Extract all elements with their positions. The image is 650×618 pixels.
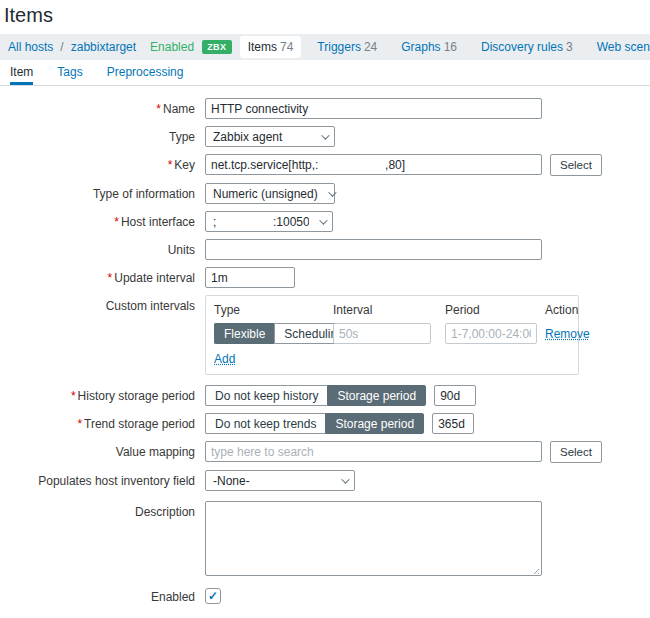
required-asterisk: *: [156, 102, 161, 116]
key-select-button[interactable]: Select: [550, 154, 602, 176]
tab-tags[interactable]: Tags: [57, 60, 82, 85]
flexible-button[interactable]: Flexible: [214, 323, 274, 344]
units-label: Units: [168, 243, 195, 257]
nav-items-label[interactable]: Items: [248, 40, 277, 54]
chevron-down-icon: [341, 475, 349, 483]
nav-web-scenarios[interactable]: Web scenarios: [589, 36, 650, 58]
enabled-label: Enabled: [151, 590, 195, 604]
type-of-information-row: Type of information Numeric (unsigned): [0, 183, 650, 204]
value-mapping-select-button[interactable]: Select: [550, 441, 602, 463]
breadcrumb: All hosts / zabbixtarget Enabled ZBX Ite…: [0, 34, 650, 60]
name-row: *Name: [0, 98, 650, 119]
type-select[interactable]: Zabbix agent: [205, 126, 335, 147]
type-of-information-value: Numeric (unsigned): [213, 187, 318, 201]
item-form: *Name Type Zabbix agent *Key Select Type…: [0, 86, 650, 618]
nav-triggers-count: 24: [364, 40, 377, 54]
required-asterisk: *: [77, 417, 82, 431]
chevron-down-icon: [321, 131, 329, 139]
breadcrumb-separator: /: [60, 40, 63, 54]
type-select-value: Zabbix agent: [213, 130, 282, 144]
ci-header-type: Type: [214, 303, 333, 317]
update-interval-row: *Update interval: [0, 267, 650, 288]
trend-storage-label: Trend storage period: [84, 417, 195, 431]
tab-preprocessing[interactable]: Preprocessing: [107, 60, 184, 85]
do-not-keep-trends-button[interactable]: Do not keep trends: [205, 413, 325, 434]
nav-items-count: 74: [280, 40, 293, 54]
description-label: Description: [135, 505, 195, 519]
nav-discovery-rules-label[interactable]: Discovery rules: [481, 40, 563, 54]
required-asterisk: *: [71, 389, 76, 403]
custom-intervals-label: Custom intervals: [106, 299, 195, 313]
value-mapping-label: Value mapping: [116, 445, 195, 459]
name-label: Name: [163, 102, 195, 116]
name-input[interactable]: [205, 98, 542, 119]
breadcrumb-all-hosts-link[interactable]: All hosts: [8, 40, 53, 54]
inventory-field-row: Populates host inventory field -None-: [0, 470, 650, 491]
host-interface-row: *Host interface ; :10050: [0, 211, 650, 232]
nav-graphs[interactable]: Graphs16: [393, 36, 465, 58]
page-title: Items: [0, 0, 650, 34]
check-icon: ✓: [208, 589, 218, 603]
zbx-agent-badge: ZBX: [202, 40, 232, 54]
nav-graphs-label[interactable]: Graphs: [401, 40, 440, 54]
host-status-enabled: Enabled: [150, 40, 194, 54]
history-storage-toggle: Do not keep history Storage period: [205, 385, 426, 406]
type-of-information-label: Type of information: [93, 187, 195, 201]
description-textarea[interactable]: [205, 501, 542, 576]
chevron-down-icon: [328, 188, 336, 196]
inventory-field-value: -None-: [213, 474, 250, 488]
history-storage-row: *History storage period Do not keep hist…: [0, 385, 650, 406]
breadcrumb-host-link[interactable]: zabbixtarget: [71, 40, 136, 54]
nav-graphs-count: 16: [444, 40, 457, 54]
inventory-field-label: Populates host inventory field: [38, 474, 195, 488]
inventory-field-select[interactable]: -None-: [205, 470, 355, 491]
trend-storage-period-button[interactable]: Storage period: [325, 413, 424, 434]
required-asterisk: *: [108, 271, 113, 285]
remove-link[interactable]: Remove: [545, 327, 590, 341]
tab-bar: Item Tags Preprocessing: [0, 60, 650, 86]
host-interface-label: Host interface: [121, 215, 195, 229]
update-interval-input[interactable]: [205, 267, 295, 288]
key-label: Key: [174, 158, 195, 172]
enabled-checkbox[interactable]: ✓: [205, 588, 221, 604]
tab-item[interactable]: Item: [10, 60, 33, 85]
key-row: *Key Select: [0, 154, 650, 176]
update-interval-label: Update interval: [114, 271, 195, 285]
host-interface-value: ; :10050: [213, 215, 309, 229]
trend-storage-value-input[interactable]: [432, 413, 474, 434]
history-storage-period-button[interactable]: Storage period: [327, 385, 426, 406]
nav-triggers-label[interactable]: Triggers: [317, 40, 361, 54]
custom-intervals-row: Custom intervals Type Interval Period Ac…: [0, 295, 650, 375]
add-link[interactable]: Add: [214, 352, 235, 366]
nav-triggers[interactable]: Triggers24: [309, 36, 385, 58]
required-asterisk: *: [114, 215, 119, 229]
value-mapping-row: Value mapping Select: [0, 441, 650, 463]
history-storage-label: History storage period: [78, 389, 195, 403]
host-interface-select[interactable]: ; :10050: [205, 211, 333, 232]
trend-storage-row: *Trend storage period Do not keep trends…: [0, 413, 650, 434]
nav-items[interactable]: Items74: [240, 36, 302, 58]
required-asterisk: *: [168, 158, 173, 172]
ci-header-action: Action: [545, 303, 590, 317]
ci-header-interval: Interval: [333, 303, 445, 317]
type-label: Type: [169, 130, 195, 144]
interval-input[interactable]: [333, 323, 431, 344]
enabled-row: Enabled ✓: [0, 586, 650, 604]
history-storage-value-input[interactable]: [434, 385, 476, 406]
chevron-down-icon: [319, 216, 327, 224]
type-row: Type Zabbix agent: [0, 126, 650, 147]
interval-type-toggle: Flexible Scheduling: [214, 323, 333, 344]
key-input[interactable]: [205, 154, 542, 175]
trend-storage-toggle: Do not keep trends Storage period: [205, 413, 424, 434]
units-row: Units: [0, 239, 650, 260]
description-row: Description: [0, 501, 650, 579]
nav-discovery-rules-count: 3: [566, 40, 573, 54]
period-input[interactable]: [445, 323, 537, 344]
type-of-information-select[interactable]: Numeric (unsigned): [205, 183, 335, 204]
units-input[interactable]: [205, 239, 542, 260]
ci-header-period: Period: [445, 303, 545, 317]
value-mapping-input[interactable]: [205, 441, 542, 462]
nav-discovery-rules[interactable]: Discovery rules3: [473, 36, 581, 58]
nav-web-scenarios-label[interactable]: Web scenarios: [597, 40, 650, 54]
do-not-keep-history-button[interactable]: Do not keep history: [205, 385, 327, 406]
